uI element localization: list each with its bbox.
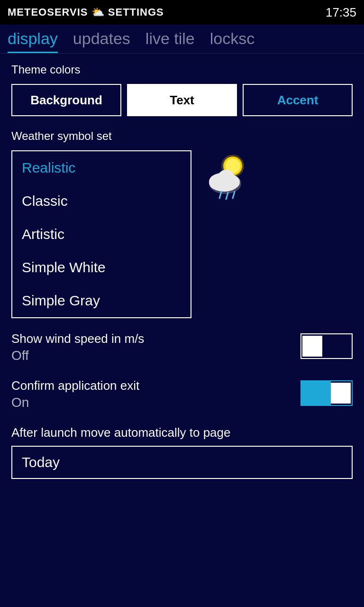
launch-page-selector[interactable]: Today <box>11 446 353 479</box>
launch-title: After launch move automatically to page <box>11 425 353 440</box>
confirm-exit-toggle-knob <box>331 383 351 404</box>
time-display: 17:35 <box>326 5 356 20</box>
tab-live-tile[interactable]: live tile <box>146 29 195 53</box>
app-name-text: METEOSERVIS <box>8 6 88 18</box>
app-title: METEOSERVIS ⛅ SETTINGS <box>8 6 164 18</box>
wind-speed-text-group: Show wind speed in m/s Off <box>11 331 144 363</box>
section-text: SETTINGS <box>108 6 164 18</box>
wind-speed-row-header: Show wind speed in m/s Off <box>11 331 353 363</box>
confirm-exit-toggle-fill <box>301 381 331 405</box>
wind-speed-value: Off <box>11 348 144 363</box>
wind-speed-title: Show wind speed in m/s <box>11 331 144 346</box>
cloud-emoji: ⛅ <box>91 6 105 18</box>
weather-option-simple-gray[interactable]: Simple Gray <box>12 284 191 317</box>
weather-symbol-list: Realistic Classic Artistic Simple White … <box>11 150 191 318</box>
confirm-exit-text-group: Confirm application exit On <box>11 378 139 410</box>
wind-speed-toggle[interactable] <box>300 333 353 359</box>
tab-bar: display updates live tile locksc <box>0 25 364 54</box>
weather-symbol-row: Realistic Classic Artistic Simple White … <box>11 150 353 318</box>
svg-point-7 <box>228 176 240 188</box>
confirm-exit-row-header: Confirm application exit On <box>11 378 353 410</box>
confirm-exit-setting: Confirm application exit On <box>11 378 353 410</box>
confirm-exit-title: Confirm application exit <box>11 378 139 393</box>
text-button[interactable]: Text <box>127 84 237 116</box>
tab-display[interactable]: display <box>8 29 58 53</box>
theme-buttons-group: Background Text Accent <box>11 84 353 116</box>
launch-section: After launch move automatically to page … <box>11 425 353 479</box>
weather-option-artistic[interactable]: Artistic <box>12 218 191 251</box>
theme-colors-label: Theme colors <box>11 63 353 76</box>
main-content: Theme colors Background Text Accent Weat… <box>0 54 364 488</box>
wind-speed-setting: Show wind speed in m/s Off <box>11 331 353 363</box>
weather-preview-icon <box>201 150 258 207</box>
weather-option-simple-white[interactable]: Simple White <box>12 251 191 284</box>
wind-speed-toggle-knob <box>302 336 322 357</box>
weather-symbol-label: Weather symbol set <box>11 129 353 143</box>
confirm-exit-value: On <box>11 395 139 410</box>
tab-lockscreen[interactable]: locksc <box>210 29 255 53</box>
status-bar: METEOSERVIS ⛅ SETTINGS 17:35 <box>0 0 364 25</box>
accent-button[interactable]: Accent <box>243 84 353 116</box>
confirm-exit-toggle[interactable] <box>300 380 353 406</box>
weather-option-classic[interactable]: Classic <box>12 184 191 218</box>
weather-option-realistic[interactable]: Realistic <box>12 151 191 184</box>
background-button[interactable]: Background <box>11 84 121 116</box>
tab-updates[interactable]: updates <box>73 29 130 53</box>
